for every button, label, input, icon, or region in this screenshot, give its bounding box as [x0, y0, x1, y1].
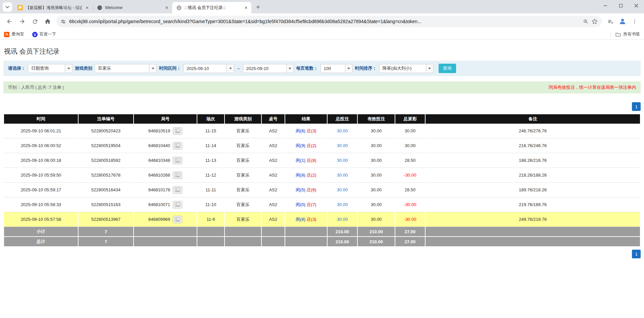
empty-cell	[426, 237, 640, 247]
bookmarks-bar: 淘 爱淘宝 百度一下 所有书签	[0, 29, 644, 40]
address-bar[interactable]: 66cxkj98.com/ipl/portal.php/game/betreco…	[56, 16, 602, 27]
round-video-icon[interactable]	[173, 186, 182, 194]
round-id-text: 646810268	[148, 173, 170, 178]
game-type-select[interactable]: 百家乐	[95, 64, 157, 73]
profile-avatar[interactable]	[617, 16, 628, 27]
bet-record-row: 2025-09-10 05:58:33522800515163646810071…	[4, 197, 640, 212]
total-bet-link[interactable]: 30.00	[337, 173, 348, 178]
back-button[interactable]	[3, 15, 15, 27]
date-from-value: 2025-09-10	[184, 64, 227, 73]
zoom-icon[interactable]	[583, 19, 589, 24]
plus-icon	[256, 5, 260, 9]
time-range-label: 时间区间：	[159, 65, 181, 71]
new-tab-button[interactable]	[253, 2, 263, 12]
chevron-down-icon[interactable]	[345, 64, 352, 73]
date-to-select[interactable]: 2025-09-10	[243, 64, 294, 73]
cell-payout: -30.00	[395, 168, 425, 183]
tab-forum[interactable]: 【新提醒】海燕策略论坛 - 综合...	[13, 2, 93, 13]
tab-search-button[interactable]	[3, 2, 12, 12]
chevron-down-icon[interactable]	[286, 64, 294, 73]
forward-button[interactable]	[16, 15, 28, 27]
welcome-favicon-icon	[97, 5, 102, 10]
game-type-value: 百家乐	[95, 64, 149, 73]
sort-order-select[interactable]: 降幂(由大到小)	[379, 64, 434, 73]
total-bet-link[interactable]: 30.00	[337, 217, 348, 222]
cell-total-bet: 30.00	[328, 138, 357, 153]
total-bet-link[interactable]: 30.00	[337, 187, 348, 192]
search-button[interactable]: 查询	[439, 64, 456, 73]
total-total-bet: 210.00	[328, 237, 357, 247]
cell-result: 闲(0) 庄(7)	[285, 197, 327, 212]
empty-cell	[197, 227, 224, 237]
home-button[interactable]	[42, 15, 54, 27]
col-result: 结果	[285, 114, 327, 124]
bet-record-row: 2025-09-10 05:59:17522800516434646810178…	[4, 183, 640, 197]
page-1-button[interactable]: 1	[632, 102, 641, 111]
page-1-button[interactable]: 1	[632, 250, 641, 258]
tab-welcome[interactable]: Welcome	[93, 2, 172, 13]
filter-bar: 请选择： 日期查询 游戏类别 百家乐 时间区间： 2025-09-10 ~ 20…	[3, 61, 641, 76]
page-title: 视讯 会员下注纪录	[4, 47, 640, 56]
cell-session: 11-15	[197, 124, 224, 138]
total-bet-link[interactable]: 30.00	[337, 143, 348, 148]
player-result: 闲(0)	[296, 202, 305, 207]
cell-game-type: 百家乐	[225, 212, 261, 227]
round-video-icon[interactable]	[173, 216, 182, 223]
round-video-icon[interactable]	[173, 172, 182, 179]
cell-round-id: 646810348	[134, 153, 197, 168]
total-bet-link[interactable]: 30.00	[337, 158, 348, 163]
cell-valid-bet: 30.00	[358, 138, 395, 153]
close-tab-icon[interactable]	[164, 5, 169, 10]
chevron-down-icon[interactable]	[65, 64, 72, 73]
empty-cell	[285, 237, 327, 247]
bookmark-star-icon[interactable]	[592, 18, 598, 24]
tab-bet-records[interactable]: :::视讯 会员下注纪录:::	[172, 2, 251, 13]
round-video-icon[interactable]	[173, 127, 182, 135]
chevron-down-icon[interactable]	[149, 64, 156, 73]
date-to-value: 2025-09-10	[243, 64, 286, 73]
chevron-down-icon[interactable]	[227, 64, 234, 73]
browser-menu-button[interactable]	[629, 15, 641, 27]
round-video-icon[interactable]	[173, 157, 182, 164]
site-settings-tune-icon[interactable]	[60, 19, 66, 24]
empty-cell	[285, 227, 327, 237]
bookmark-baidu[interactable]: 百度一下	[32, 31, 56, 37]
round-video-icon[interactable]	[173, 201, 182, 208]
subtotal-total-bet: 210.00	[328, 227, 357, 237]
banker-result: 庄(2)	[307, 143, 316, 148]
empty-cell	[262, 227, 285, 237]
per-page-select[interactable]: 100	[320, 64, 353, 73]
subtotal-valid-bet: 210.00	[358, 227, 395, 237]
cell-table-no: AS2	[262, 168, 285, 183]
url-text[interactable]: 66cxkj98.com/ipl/portal.php/game/betreco…	[69, 19, 580, 24]
subtotal-label: 小计	[4, 227, 78, 237]
date-from-select[interactable]: 2025-09-10	[183, 64, 234, 73]
player-result: 闲(8)	[296, 217, 305, 222]
select-label: 请选择：	[8, 65, 26, 71]
bookmark-taobao[interactable]: 淘 爱淘宝	[4, 31, 24, 37]
query-mode-value: 日期查询	[28, 64, 65, 73]
close-tab-icon[interactable]	[243, 5, 249, 10]
tab-title: :::视讯 会员下注纪录:::	[184, 5, 241, 11]
col-game-type: 游戏类别	[225, 114, 261, 124]
cell-round-id: 646810440	[134, 138, 197, 153]
maximize-button[interactable]	[613, 0, 629, 11]
round-video-icon[interactable]	[173, 142, 182, 149]
total-bet-link[interactable]: 30.00	[337, 202, 348, 207]
close-tab-icon[interactable]	[85, 5, 90, 10]
all-bookmarks-button[interactable]: 所有书签	[610, 31, 640, 38]
cell-bet-id: 522800513967	[79, 212, 133, 227]
browser-window: 【新提醒】海燕策略论坛 - 综合... Welcome :::视讯 会员下注纪录…	[0, 0, 644, 40]
banker-result: 庄(3)	[307, 128, 316, 133]
media-controls-button[interactable]	[604, 15, 616, 27]
total-bet-link[interactable]: 30.00	[337, 128, 348, 133]
subtotal-count: 7	[79, 227, 133, 237]
close-window-button[interactable]	[629, 0, 644, 11]
query-mode-select[interactable]: 日期查询	[28, 64, 72, 73]
cell-bet-id: 522800518592	[79, 153, 133, 168]
reload-button[interactable]	[29, 15, 41, 27]
cell-game-type: 百家乐	[225, 183, 261, 197]
minimize-button[interactable]	[598, 0, 613, 11]
chevron-down-icon[interactable]	[426, 64, 433, 73]
cell-round-id: 646810268	[134, 168, 197, 183]
